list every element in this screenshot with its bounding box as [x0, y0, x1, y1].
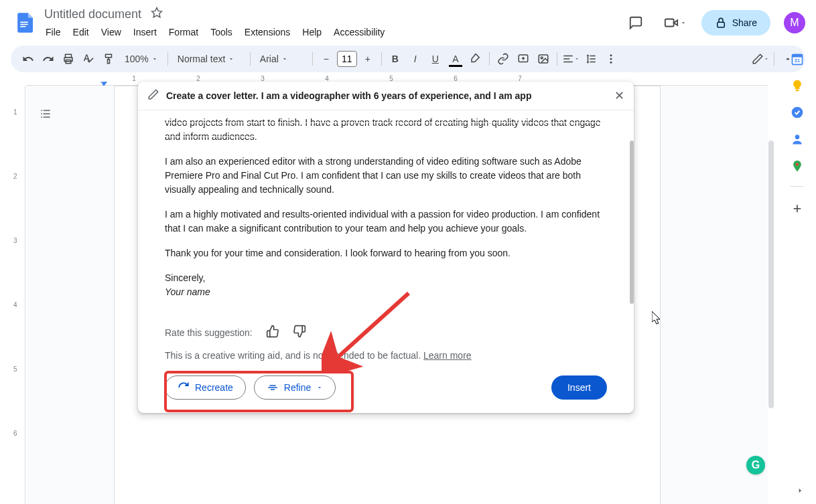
learn-more-link[interactable]: Learn more: [423, 350, 472, 361]
font-size-input[interactable]: [337, 51, 357, 67]
separator: [312, 52, 313, 66]
svg-point-23: [796, 163, 799, 165]
svg-marker-3: [152, 8, 162, 17]
side-panel: 31 +: [778, 46, 816, 504]
share-button[interactable]: Share: [701, 10, 770, 35]
menu-help[interactable]: Help: [297, 24, 327, 40]
collapse-side-panel-icon[interactable]: [795, 485, 805, 499]
menu-tools[interactable]: Tools: [205, 24, 238, 40]
increase-font-button[interactable]: +: [358, 50, 377, 68]
menu-view[interactable]: View: [96, 24, 127, 40]
maps-app-icon[interactable]: [791, 159, 804, 173]
app-header: Untitled document File Edit View Insert …: [0, 0, 816, 40]
header-right: Share M: [622, 9, 805, 36]
svg-rect-4: [665, 19, 673, 27]
svg-rect-2: [20, 26, 25, 27]
separator: [250, 52, 251, 66]
refine-button[interactable]: Refine: [254, 375, 336, 400]
thumbs-up-icon[interactable]: [266, 325, 279, 341]
svg-rect-6: [717, 22, 724, 27]
disclaimer: This is a creative writing aid, and is n…: [165, 350, 607, 361]
grammarly-badge[interactable]: G: [746, 456, 765, 475]
add-comment-button[interactable]: [514, 50, 533, 68]
paint-format-button[interactable]: [99, 50, 118, 68]
link-button[interactable]: [494, 50, 513, 68]
separator: [557, 52, 557, 66]
svg-point-15: [610, 62, 612, 64]
underline-button[interactable]: U: [426, 50, 445, 68]
print-button[interactable]: [59, 50, 78, 68]
svg-rect-18: [793, 54, 803, 57]
decrease-font-button[interactable]: −: [317, 50, 336, 68]
zoom-select[interactable]: 100%: [119, 54, 163, 64]
redo-button[interactable]: [39, 50, 58, 68]
main-area: Create a cover letter. I am a videograph…: [27, 86, 768, 504]
ai-paragraph: Thank you for your time and consideratio…: [165, 246, 607, 260]
ai-paragraph: I am also an experienced editor with a s…: [165, 155, 607, 197]
calendar-app-icon[interactable]: 31: [791, 52, 804, 66]
italic-button[interactable]: I: [406, 50, 425, 68]
outline-button[interactable]: [33, 102, 58, 126]
svg-rect-20: [796, 90, 799, 92]
insert-image-button[interactable]: [534, 50, 553, 68]
editing-mode-button[interactable]: [751, 50, 770, 68]
docs-logo[interactable]: [11, 9, 38, 36]
contacts-app-icon[interactable]: [791, 133, 804, 146]
rate-label: Rate this suggestion:: [165, 327, 253, 338]
bold-button[interactable]: B: [386, 50, 405, 68]
rate-row: Rate this suggestion:: [165, 325, 607, 341]
separator: [791, 186, 804, 187]
ai-paragraph: video projects from start to finish. I h…: [165, 116, 607, 144]
style-select[interactable]: Normal text: [172, 54, 246, 64]
menu-file[interactable]: File: [40, 24, 66, 40]
close-icon[interactable]: ✕: [614, 88, 624, 103]
ai-footer: Rate this suggestion: This is a creative…: [138, 317, 634, 413]
share-label: Share: [732, 17, 757, 28]
menu-insert[interactable]: Insert: [128, 24, 162, 40]
svg-point-12: [541, 57, 543, 59]
ai-content[interactable]: video projects from start to finish. I h…: [138, 110, 634, 317]
toolbar: 100% Normal text Arial − + B I U A: [11, 46, 805, 72]
spellcheck-button[interactable]: [79, 50, 98, 68]
menu-format[interactable]: Format: [163, 24, 204, 40]
ai-prompt-text[interactable]: Create a cover letter. I am a videograph…: [166, 90, 608, 101]
menu-edit[interactable]: Edit: [68, 24, 94, 40]
svg-point-22: [795, 135, 800, 139]
separator: [167, 52, 168, 66]
svg-point-14: [610, 58, 612, 60]
undo-button[interactable]: [19, 50, 38, 68]
ai-suggestion-panel: Create a cover letter. I am a videograph…: [138, 82, 634, 413]
ai-scrollbar[interactable]: [630, 111, 634, 322]
meet-button[interactable]: [657, 10, 693, 35]
menu-accessibility[interactable]: Accessibility: [328, 24, 390, 40]
ai-signoff: Sincerely,Your name: [165, 271, 607, 299]
line-spacing-button[interactable]: [582, 50, 600, 68]
menu-extensions[interactable]: Extensions: [239, 24, 295, 40]
recreate-button[interactable]: Recreate: [165, 375, 246, 400]
font-select[interactable]: Arial: [255, 54, 308, 64]
vertical-ruler[interactable]: 1 2 3 4 5 6: [9, 86, 25, 504]
title-area: Untitled document File Edit View Insert …: [40, 6, 622, 40]
separator: [489, 52, 490, 66]
svg-rect-1: [20, 24, 27, 25]
more-button[interactable]: [602, 50, 620, 68]
align-button[interactable]: [561, 50, 580, 68]
highlight-button[interactable]: [466, 50, 485, 68]
text-color-button[interactable]: A: [446, 50, 465, 68]
svg-rect-0: [20, 21, 27, 23]
user-avatar[interactable]: M: [784, 12, 805, 33]
action-row: Recreate Refine Insert: [165, 375, 607, 400]
ai-prompt-bar: Create a cover letter. I am a videograph…: [138, 82, 634, 110]
tasks-app-icon[interactable]: [791, 106, 804, 119]
insert-button[interactable]: Insert: [551, 375, 607, 400]
add-app-button[interactable]: +: [793, 200, 802, 218]
svg-text:31: 31: [795, 58, 800, 64]
document-title[interactable]: Untitled document: [40, 6, 145, 23]
separator: [774, 52, 774, 66]
edit-icon: [147, 88, 159, 103]
main-scrollbar[interactable]: [768, 87, 774, 491]
keep-app-icon[interactable]: [791, 79, 804, 92]
star-icon[interactable]: [151, 7, 163, 21]
thumbs-down-icon[interactable]: [293, 325, 306, 341]
comments-icon[interactable]: [622, 9, 649, 36]
